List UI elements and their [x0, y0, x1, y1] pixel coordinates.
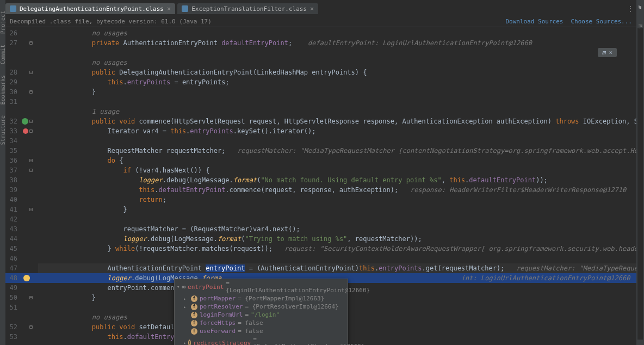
gutter[interactable] — [21, 136, 38, 146]
scrollbar[interactable] — [637, 28, 643, 340]
code-line[interactable]: 27⊟ private AuthenticationEntryPoint def… — [5, 38, 636, 48]
debug-variable-row[interactable]: ▸f portResolver = {PortResolverImpl@1266… — [175, 303, 348, 311]
code-line[interactable]: 38 logger.debug(LogMessage.format("No ma… — [5, 175, 636, 185]
gutter[interactable] — [21, 97, 38, 107]
code-line[interactable]: 43 requestMatcher = (RequestMatcher)var4… — [5, 224, 636, 234]
code-content[interactable]: logger.debug(LogMessage.format("Trying t… — [38, 234, 636, 244]
gutter[interactable] — [21, 263, 38, 273]
gutter[interactable] — [21, 185, 38, 195]
debug-variable-row[interactable]: f useForward = false — [175, 327, 348, 335]
code-content[interactable]: no usages — [38, 28, 636, 38]
fold-icon[interactable]: ⊟ — [29, 116, 33, 126]
gutter[interactable] — [21, 107, 38, 116]
code-content[interactable]: this.defaultEntryPoint.commence(request,… — [38, 185, 636, 195]
fold-icon[interactable]: ⊟ — [29, 156, 33, 165]
intention-bulb-icon[interactable] — [23, 275, 30, 281]
gutter[interactable] — [21, 312, 38, 322]
left-tool-bookmarks[interactable]: Bookmarks — [0, 75, 6, 104]
code-line[interactable]: 36⊟ do { — [5, 156, 636, 165]
code-content[interactable]: no usages — [38, 58, 636, 67]
fold-icon[interactable]: ⊟ — [29, 322, 33, 332]
code-line[interactable]: 37⊟ if (!var4.hasNext()) { — [5, 165, 636, 175]
gutter[interactable]: ⊟ — [21, 156, 38, 165]
gutter[interactable]: ⊟ — [21, 165, 38, 175]
gutter[interactable] — [21, 195, 38, 205]
choose-sources-link[interactable]: Choose Sources... — [571, 18, 632, 25]
gutter[interactable] — [21, 77, 38, 87]
gutter[interactable]: ⊟ — [21, 322, 38, 332]
code-line[interactable]: no usages — [5, 58, 636, 67]
gutter[interactable]: ⊟ — [21, 205, 38, 214]
gutter[interactable]: ⊟ — [21, 293, 38, 303]
code-content[interactable]: this.entryPoints = entryPoints; — [38, 77, 636, 87]
expand-arrow-icon[interactable]: ▸ — [183, 304, 189, 310]
expand-arrow-icon[interactable]: ▸ — [183, 296, 189, 301]
code-line[interactable]: 41⊟ } — [5, 205, 636, 214]
fold-icon[interactable]: ⊟ — [29, 126, 33, 136]
debug-variable-row[interactable]: f forceHttps = false — [175, 319, 348, 327]
code-line[interactable] — [5, 48, 636, 58]
gutter[interactable] — [21, 58, 38, 67]
tab-delegating[interactable]: DelegatingAuthenticationEntryPoint.class… — [5, 3, 175, 14]
code-line[interactable]: 28⊟ public DelegatingAuthenticationEntry… — [5, 67, 636, 77]
maven-icon[interactable]: m — [637, 5, 643, 8]
code-content[interactable]: private AuthenticationEntryPoint default… — [38, 38, 636, 48]
more-icon[interactable]: ⋮ — [627, 4, 634, 13]
code-content[interactable]: AuthenticationEntryPoint entryPoint = (A… — [38, 263, 636, 273]
code-content[interactable] — [38, 48, 636, 58]
code-content[interactable]: requestMatcher = (RequestMatcher)var4.ne… — [38, 224, 636, 234]
gutter[interactable]: ⊟ — [21, 38, 38, 48]
gutter[interactable] — [21, 48, 38, 58]
breakpoint-icon[interactable] — [23, 128, 28, 134]
fold-icon[interactable]: ⊟ — [29, 165, 33, 175]
debug-variable-row[interactable]: ▸f portMapper = {PortMapperImpl@12663} — [175, 294, 348, 303]
code-line[interactable]: 26 no usages — [5, 28, 636, 38]
gutter[interactable] — [21, 254, 38, 263]
code-content[interactable]: logger.debug(LogMessage.format("No match… — [38, 175, 636, 185]
gutter[interactable] — [21, 214, 38, 224]
code-line[interactable]: 30⊟ } — [5, 87, 636, 97]
left-tool-structure[interactable]: Structure — [0, 115, 6, 145]
fold-icon[interactable]: ⊟ — [29, 205, 33, 214]
gutter[interactable]: ⊟ — [21, 116, 38, 126]
code-line[interactable]: 47 AuthenticationEntryPoint entryPoint =… — [5, 263, 636, 273]
code-line[interactable]: 29 this.entryPoints = entryPoints; — [5, 77, 636, 87]
code-line[interactable]: 46 — [5, 254, 636, 263]
fold-icon[interactable]: ⊟ — [29, 293, 33, 303]
gutter[interactable] — [21, 273, 38, 283]
fold-icon[interactable]: ⊟ — [29, 87, 33, 97]
code-content[interactable]: public DelegatingAuthenticationEntryPoin… — [38, 67, 636, 77]
left-tool-commit[interactable]: Commit — [0, 45, 6, 64]
code-line[interactable]: 42 — [5, 214, 636, 224]
gutter[interactable] — [21, 146, 38, 156]
code-line[interactable]: 32⊟ public void commence(HttpServletRequ… — [5, 116, 636, 126]
gutter[interactable]: ⊟ — [21, 126, 38, 136]
code-line[interactable]: 40 return; — [5, 195, 636, 205]
left-tool-strip[interactable]: Project Commit Bookmarks Structure — [0, 0, 5, 345]
gutter[interactable] — [21, 332, 38, 342]
code-content[interactable]: Iterator var4 = this.entryPoints.keySet(… — [38, 126, 636, 136]
expand-arrow-icon[interactable]: ▾ — [177, 284, 179, 289]
code-line[interactable]: 45 } while(!requestMatcher.matches(reque… — [5, 244, 636, 254]
code-content[interactable]: } — [38, 87, 636, 97]
code-content[interactable]: return; — [38, 195, 636, 205]
code-content[interactable] — [38, 97, 636, 107]
gutter[interactable] — [21, 175, 38, 185]
gutter[interactable] — [21, 244, 38, 254]
code-content[interactable] — [38, 254, 636, 263]
gutter[interactable] — [21, 224, 38, 234]
debug-variable-popup[interactable]: ▾∞ entryPoint = {LoginUrlAuthenticationE… — [174, 279, 348, 345]
code-line[interactable]: 34 — [5, 136, 636, 146]
code-line[interactable]: 31 — [5, 97, 636, 107]
code-content[interactable]: RequestMatcher requestMatcher; requestMa… — [38, 146, 636, 156]
download-sources-link[interactable]: Download Sources — [505, 18, 563, 25]
gutter[interactable]: ⊟ — [21, 87, 38, 97]
debug-variable-row[interactable]: f loginFormUrl = "/login" — [175, 311, 348, 319]
code-content[interactable] — [38, 136, 636, 146]
code-content[interactable]: } — [38, 205, 636, 214]
code-content[interactable] — [38, 214, 636, 224]
fold-icon[interactable]: ⊟ — [29, 67, 33, 77]
fold-icon[interactable]: ⊟ — [29, 38, 33, 48]
code-content[interactable]: do { — [38, 156, 636, 165]
debug-variable-row[interactable]: ▾∞ entryPoint = {LoginUrlAuthenticationE… — [175, 279, 348, 294]
